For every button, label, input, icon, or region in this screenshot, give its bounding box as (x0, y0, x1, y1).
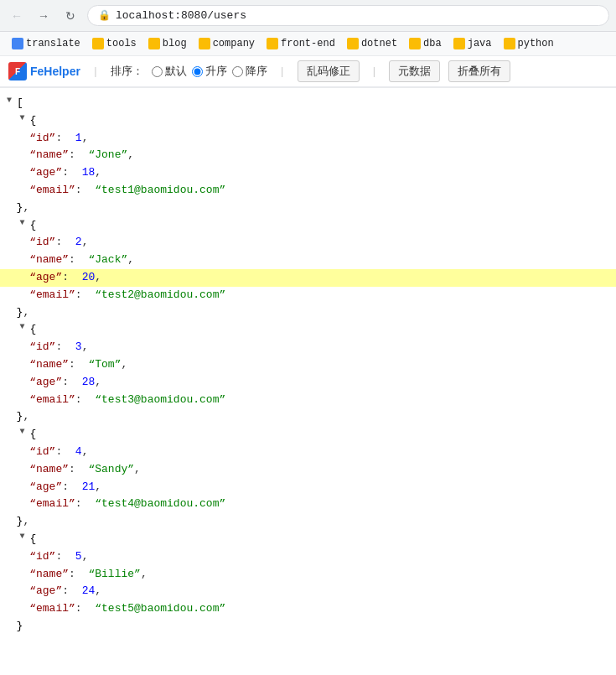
bookmark-icon-translate (12, 38, 23, 49)
array-toggle[interactable]: ▼ (3, 95, 15, 106)
fix-encoding-button[interactable]: 乱码修正 (298, 60, 360, 82)
sort-default-radio[interactable] (152, 66, 163, 77)
json-field-id: “id”: 4, (0, 444, 616, 461)
json-object-open: ▼{ (0, 531, 616, 548)
bookmark-icon-tools (92, 38, 104, 49)
json-field-name: “name”: “Sandy”, (0, 461, 616, 479)
json-field-name: “name”: “Billie”, (0, 566, 616, 584)
fehelper-separator-2: | (279, 65, 286, 78)
fold-all-button[interactable]: 折叠所有 (448, 60, 510, 82)
back-button[interactable]: ← (7, 6, 27, 26)
fehelper-separator-3: | (371, 65, 378, 78)
object-toggle-0[interactable]: ▼ (17, 112, 28, 124)
metadata-button[interactable]: 元数据 (389, 60, 440, 82)
bookmark-java[interactable]: java (448, 35, 497, 52)
json-field-email: “email”: “test4@baomidou.com” (0, 496, 616, 513)
sort-desc-label: 降序 (246, 64, 267, 79)
json-content-area: ▼[ ▼{ “id”: 1, “name”: “Jone”, “age”: 18… (0, 88, 616, 642)
json-object-open: ▼{ (0, 321, 616, 339)
bookmark-label-java: java (468, 38, 492, 49)
json-object-open: ▼{ (0, 112, 616, 130)
json-array-open: ▼[ (0, 95, 616, 112)
address-bar[interactable]: 🔒 localhost:8080/users (87, 5, 609, 26)
json-object-close: }, (0, 408, 616, 426)
json-object-open: ▼{ (0, 217, 616, 235)
bookmark-label-frontend: front-end (281, 38, 335, 49)
refresh-button[interactable]: ↻ (60, 6, 80, 26)
json-field-name: “name”: “Jone”, (0, 147, 616, 164)
bookmark-icon-blog (148, 38, 160, 49)
object-toggle-3[interactable]: ▼ (17, 426, 28, 438)
fehelper-separator-1: | (92, 65, 99, 78)
fehelper-toolbar: F FeHelper | 排序： 默认 升序 降序 | 乱码修正 | 元数据 折… (0, 56, 616, 88)
bookmark-company[interactable]: company (194, 35, 260, 52)
sort-desc-radio[interactable] (232, 66, 243, 77)
bookmark-label-blog: blog (163, 38, 187, 49)
bookmark-label-translate: translate (26, 38, 80, 49)
json-field-email: “email”: “test1@baomidou.com” (0, 182, 616, 200)
json-object-close: }, (0, 304, 616, 322)
bookmark-tools[interactable]: tools (87, 35, 142, 52)
json-field-id: “id”: 3, (0, 339, 616, 356)
bookmark-python[interactable]: python (499, 35, 559, 52)
browser-toolbar: ← → ↻ 🔒 localhost:8080/users (0, 0, 616, 32)
bookmark-label-python: python (518, 38, 554, 49)
bookmark-dotnet[interactable]: dotnet (342, 35, 402, 52)
bookmark-icon-python (504, 38, 515, 49)
url-text: localhost:8080/users (116, 9, 246, 22)
fehelper-logo: F FeHelper (8, 62, 80, 80)
bookmark-icon-java (453, 38, 465, 49)
bookmark-icon-dba (409, 38, 421, 49)
sort-asc-option[interactable]: 升序 (192, 64, 227, 79)
json-field-id: “id”: 5, (0, 548, 616, 566)
sort-desc-option[interactable]: 降序 (232, 64, 267, 79)
json-object-open: ▼{ (0, 426, 616, 444)
bookmark-label-tools: tools (106, 38, 137, 49)
fehelper-logo-text: FeHelper (30, 65, 80, 78)
bookmark-icon-frontend (267, 38, 278, 49)
json-field-email: “email”: “test2@baomidou.com” (0, 287, 616, 304)
bookmark-icon-dotnet (347, 38, 359, 49)
sort-label: 排序： (111, 64, 143, 79)
object-toggle-2[interactable]: ▼ (17, 321, 28, 333)
sort-radio-group: 默认 升序 降序 (152, 64, 267, 79)
bookmark-label-dotnet: dotnet (361, 38, 397, 49)
json-field-age: “age”: 24, (0, 583, 616, 600)
sort-asc-label: 升序 (205, 64, 227, 79)
json-object-close: } (0, 618, 616, 636)
object-toggle-1[interactable]: ▼ (17, 217, 28, 229)
json-field-email: “email”: “test5@baomidou.com” (0, 600, 616, 618)
bookmark-frontend[interactable]: front-end (261, 35, 340, 52)
json-field-age: “age”: 21, (0, 479, 616, 496)
json-field-name: “name”: “Tom”, (0, 356, 616, 374)
json-field-age: “age”: 28, (0, 374, 616, 392)
fehelper-logo-icon: F (8, 62, 27, 80)
sort-default-label: 默认 (165, 64, 187, 79)
bookmark-label-dba: dba (423, 38, 442, 49)
json-field-email: “email”: “test3@baomidou.com” (0, 392, 616, 409)
json-field-name: “name”: “Jack”, (0, 252, 616, 269)
json-object-close: }, (0, 513, 616, 531)
bookmark-icon-company (199, 38, 210, 49)
json-field-id: “id”: 2, (0, 234, 616, 252)
json-field-id: “id”: 1, (0, 130, 616, 148)
bookmark-dba[interactable]: dba (404, 35, 447, 52)
json-field-age: “age”: 18, (0, 164, 616, 182)
bookmarks-bar: translate tools blog company front-end d… (0, 32, 616, 56)
bookmark-blog[interactable]: blog (143, 35, 192, 52)
json-field-age: “age”: 20, (0, 269, 616, 287)
bookmark-translate[interactable]: translate (7, 35, 85, 52)
sort-default-option[interactable]: 默认 (152, 64, 187, 79)
forward-button[interactable]: → (34, 6, 54, 26)
sort-asc-radio[interactable] (192, 66, 203, 77)
lock-icon: 🔒 (98, 9, 111, 22)
json-object-close: }, (0, 200, 616, 217)
object-toggle-4[interactable]: ▼ (17, 531, 28, 543)
bookmark-label-company: company (213, 38, 255, 49)
